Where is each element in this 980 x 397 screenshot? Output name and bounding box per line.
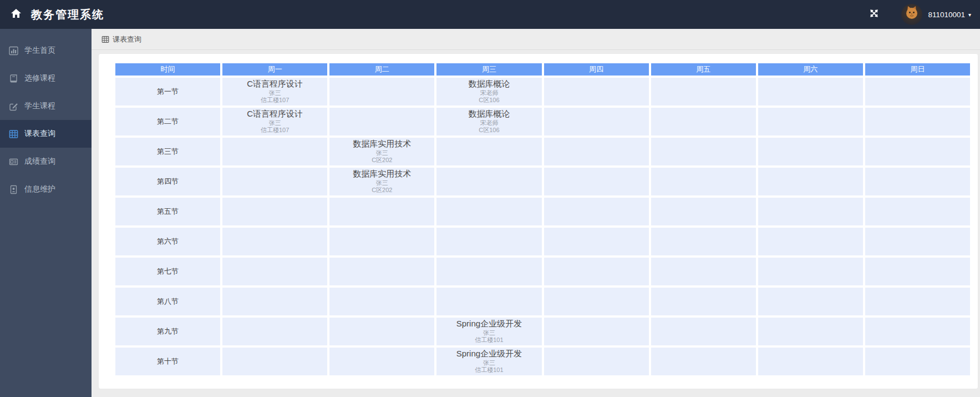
course-teacher: 张三	[224, 119, 326, 127]
sidebar: 学生首页 选修课程 学生课程	[0, 29, 92, 397]
empty-cell	[544, 198, 649, 225]
sidebar-item-student-home[interactable]: 学生首页	[0, 37, 92, 64]
period-label: 第一节	[115, 78, 220, 105]
empty-cell	[865, 348, 970, 375]
empty-cell	[436, 288, 541, 315]
empty-cell	[651, 138, 756, 165]
sidebar-item-timetable-query[interactable]: 课表查询	[0, 120, 92, 148]
sidebar-item-label: 信息维护	[24, 184, 55, 194]
empty-cell	[222, 168, 327, 195]
course-room: C区202	[331, 157, 433, 164]
empty-cell	[865, 258, 970, 285]
day-column-header: 周四	[544, 63, 649, 76]
empty-cell	[651, 78, 756, 105]
empty-cell	[651, 108, 756, 135]
sidebar-item-student-courses[interactable]: 学生课程	[0, 92, 92, 120]
empty-cell	[865, 138, 970, 165]
course-cell: 数据库实用技术张三C区202	[329, 168, 434, 195]
sidebar-item-label: 学生首页	[24, 46, 55, 56]
day-column-header: 周六	[758, 63, 863, 76]
period-label: 第七节	[115, 258, 220, 285]
user-avatar[interactable]	[901, 4, 922, 25]
sidebar-item-grades-query[interactable]: 成绩查询	[0, 148, 92, 175]
empty-cell	[544, 78, 649, 105]
empty-cell	[329, 108, 434, 135]
timetable-row: 第九节Spring企业级开发张三信工楼101	[115, 318, 970, 345]
user-id[interactable]: 811010001	[928, 11, 965, 19]
top-navbar: 教务管理系统	[0, 0, 980, 29]
period-label: 第三节	[115, 138, 220, 165]
empty-cell	[222, 288, 327, 315]
cat-avatar-icon	[902, 4, 921, 25]
chevron-down-icon[interactable]: ▾	[968, 12, 971, 18]
sidebar-item-info-maintenance[interactable]: 信息维护	[0, 175, 92, 203]
navbar-left: 教务管理系统	[0, 6, 104, 23]
empty-cell	[329, 228, 434, 255]
timetable-row: 第六节	[115, 228, 970, 255]
empty-cell	[758, 318, 863, 345]
course-room: 信工楼101	[438, 336, 540, 344]
course-cell: C语言程序设计张三信工楼107	[222, 108, 327, 135]
bar-chart-icon	[8, 46, 18, 56]
id-card-icon	[8, 157, 18, 167]
period-label: 第二节	[115, 108, 220, 135]
course-name: 数据库概论	[438, 109, 540, 119]
empty-cell	[651, 228, 756, 255]
timetable: 时间周一周二周三周四周五周六周日 第一节C语言程序设计张三信工楼107数据库概论…	[113, 61, 972, 378]
empty-cell	[329, 198, 434, 225]
period-label: 第五节	[115, 198, 220, 225]
day-column-header: 周五	[651, 63, 756, 76]
empty-cell	[436, 198, 541, 225]
course-name: 数据库概论	[438, 79, 540, 89]
timetable-row: 第十节Spring企业级开发张三信工楼101	[115, 348, 970, 375]
course-room: 信工楼107	[224, 97, 326, 104]
course-teacher: 宋老师	[438, 119, 540, 127]
period-label: 第六节	[115, 228, 220, 255]
home-button[interactable]	[8, 6, 24, 23]
empty-cell	[544, 168, 649, 195]
sidebar-item-elective-courses[interactable]: 选修课程	[0, 64, 92, 92]
course-name: 数据库实用技术	[331, 139, 433, 149]
sidebar-item-label: 课表查询	[24, 129, 55, 139]
empty-cell	[544, 138, 649, 165]
empty-cell	[222, 228, 327, 255]
breadcrumb-label: 课表查询	[113, 34, 141, 44]
empty-cell	[758, 138, 863, 165]
empty-cell	[544, 288, 649, 315]
course-cell: 数据库概论宋老师C区106	[436, 108, 541, 135]
course-room: 信工楼107	[224, 127, 326, 134]
empty-cell	[329, 78, 434, 105]
course-room: C区202	[331, 187, 433, 194]
empty-cell	[758, 168, 863, 195]
empty-cell	[865, 78, 970, 105]
empty-cell	[436, 228, 541, 255]
empty-cell	[544, 348, 649, 375]
fullscreen-button[interactable]	[865, 5, 883, 24]
empty-cell	[436, 138, 541, 165]
course-teacher: 张三	[438, 359, 540, 366]
course-name: 数据库实用技术	[331, 169, 433, 179]
fullscreen-icon	[869, 8, 879, 21]
sidebar-item-label: 选修课程	[24, 73, 55, 83]
empty-cell	[865, 288, 970, 315]
course-teacher: 张三	[224, 89, 326, 97]
empty-cell	[651, 288, 756, 315]
course-room: C区106	[438, 97, 540, 104]
timetable-row: 第八节	[115, 288, 970, 315]
empty-cell	[544, 108, 649, 135]
course-teacher: 张三	[331, 179, 433, 187]
empty-cell	[865, 168, 970, 195]
empty-cell	[222, 348, 327, 375]
book-icon	[8, 73, 18, 83]
day-column-header: 周二	[329, 63, 434, 76]
timetable-header-row: 时间周一周二周三周四周五周六周日	[115, 63, 970, 76]
timetable-row: 第四节数据库实用技术张三C区202	[115, 168, 970, 195]
empty-cell	[222, 138, 327, 165]
empty-cell	[651, 258, 756, 285]
course-room: 信工楼101	[438, 366, 540, 374]
empty-cell	[544, 228, 649, 255]
timetable-card: 时间周一周二周三周四周五周六周日 第一节C语言程序设计张三信工楼107数据库概论…	[98, 53, 978, 389]
empty-cell	[436, 168, 541, 195]
empty-cell	[544, 258, 649, 285]
vcard-icon	[8, 184, 18, 194]
